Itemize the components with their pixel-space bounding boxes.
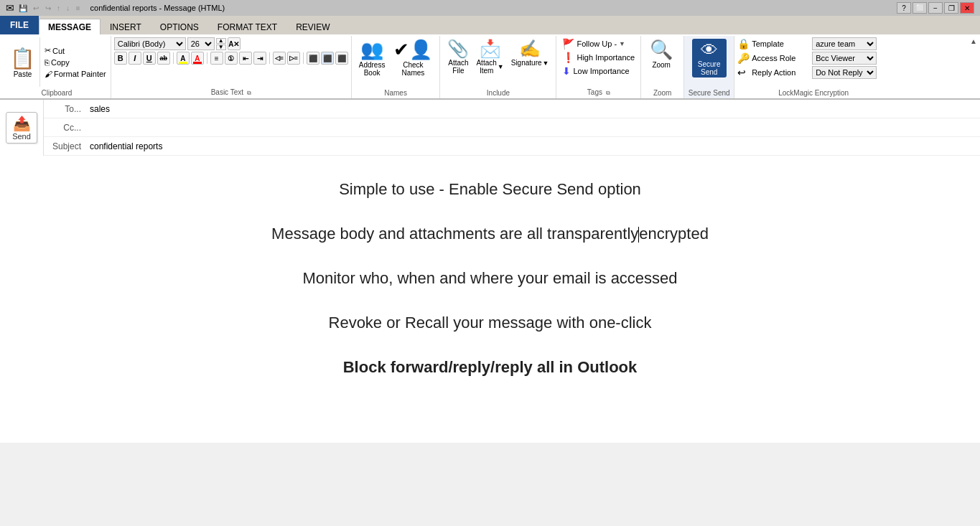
copy-icon: ⎘ <box>45 58 50 67</box>
lockmagic-group: 🔒 Template azure team 🔑 Access Role Bcc … <box>734 36 892 98</box>
tab-insert[interactable]: INSERT <box>101 19 151 34</box>
numbering-button[interactable]: ① <box>225 52 238 65</box>
format-painter-icon: 🖌 <box>45 70 52 78</box>
low-importance-button[interactable]: ⬇ Low Importance <box>561 65 636 78</box>
restore-button[interactable]: ⬜ <box>913 2 927 14</box>
clipboard-label: Clipboard <box>3 89 111 97</box>
zoom-group: 🔍 Zoom Zoom <box>641 36 684 98</box>
subject-input[interactable] <box>87 139 980 154</box>
subject-row: Subject <box>44 137 980 156</box>
align-center-button[interactable]: ⬛ <box>321 52 334 65</box>
tags-content: 🚩 Follow Up - ▼ ❗ High Importance ⬇ Low … <box>561 37 636 79</box>
access-role-dropdown[interactable]: Bcc Viewer <box>812 52 877 65</box>
cc-input[interactable] <box>87 121 980 135</box>
lockmagic-label: LockMagic Encryption <box>734 89 892 97</box>
tags-label: Tags ⧉ <box>556 88 640 97</box>
text-color-button[interactable]: A <box>191 52 204 65</box>
font-row: Calibri (Body) 26 810121418242636 ▲ ▼ A✕ <box>114 37 348 50</box>
reply-action-dropdown[interactable]: Do Not Reply <box>812 66 877 79</box>
zoom-icon: 🔍 <box>650 39 673 61</box>
tab-options[interactable]: OPTIONS <box>151 19 208 34</box>
attach-item-button[interactable]: 📩 AttachItem ▼ <box>473 37 506 76</box>
bullets-button[interactable]: ≡ <box>210 52 223 65</box>
underline-button[interactable]: U <box>143 52 156 65</box>
font-select[interactable]: Calibri (Body) <box>114 37 186 50</box>
check-names-button[interactable]: ✔👤 CheckNames <box>391 37 435 78</box>
secure-send-content: 👁 SecureSend <box>689 37 729 97</box>
follow-up-button[interactable]: 🚩 Follow Up - ▼ <box>561 37 636 50</box>
clipboard-group: 📋 Paste ✂ Cut ⎘ Copy 🖌 Format Painter Cl… <box>3 36 111 98</box>
tab-format-text[interactable]: FORMAT TEXT <box>208 19 286 34</box>
to-input[interactable] <box>87 102 980 116</box>
align-left-button[interactable]: ⬛ <box>307 52 319 65</box>
send-button[interactable]: 📤 Send <box>6 112 37 144</box>
basic-text-group: Calibri (Body) 26 810121418242636 ▲ ▼ A✕… <box>111 36 352 98</box>
signature-icon: ✍ <box>519 39 541 59</box>
close-button[interactable]: ✕ <box>960 2 974 14</box>
names-label: Names <box>352 89 440 97</box>
template-dropdown[interactable]: azure team <box>812 37 877 50</box>
tags-expand[interactable]: ⧉ <box>606 90 610 96</box>
reply-action-label: Reply Action <box>752 68 809 77</box>
to-label[interactable]: To... <box>44 104 87 114</box>
zoom-button[interactable]: 🔍 Zoom <box>647 37 676 70</box>
minimize-window-button[interactable]: − <box>928 2 943 14</box>
ribbon-tabs: FILE MESSAGE INSERT OPTIONS FORMAT TEXT … <box>0 16 980 34</box>
font-size-select[interactable]: 26 810121418242636 <box>187 37 215 50</box>
email-body[interactable]: Simple to use - Enable Secure Send optio… <box>0 156 980 443</box>
increase-font-size-button[interactable]: ▲ <box>216 38 226 44</box>
minimize-button[interactable]: ? <box>897 2 911 14</box>
secure-send-button[interactable]: 👁 SecureSend <box>692 39 727 78</box>
follow-up-arrow-icon: ▼ <box>619 40 625 47</box>
rtl-button[interactable]: ◁≡ <box>273 52 286 65</box>
decrease-indent-button[interactable]: ⇤ <box>239 52 252 65</box>
secure-send-group: 👁 SecureSend Secure Send <box>684 36 734 98</box>
body-line-4: Revoke or Recall your message with one-c… <box>329 304 652 342</box>
reply-action-row: ↩ Reply Action Do Not Reply <box>737 66 890 79</box>
align-right-button[interactable]: ⬛ <box>335 52 348 65</box>
send-icon: 📤 <box>13 115 31 132</box>
basic-text-expand[interactable]: ⧉ <box>247 90 251 96</box>
format-painter-button[interactable]: 🖌 Format Painter <box>43 69 108 79</box>
increase-indent-button[interactable]: ⇥ <box>253 52 266 65</box>
maximize-button[interactable]: ❐ <box>944 2 958 14</box>
body-line-5: Block forward/reply/reply all in Outlook <box>343 348 638 387</box>
signature-button[interactable]: ✍ Signature ▼ <box>508 37 552 68</box>
ribbon-collapse-button[interactable]: ▲ <box>970 37 977 45</box>
send-area: 📤 Send <box>0 100 44 156</box>
tab-review[interactable]: REVIEW <box>286 19 339 34</box>
copy-button[interactable]: ⎘ Copy <box>43 57 108 67</box>
compose-fields: To... Cc... Subject <box>44 100 980 156</box>
clear-formatting-button[interactable]: A✕ <box>228 37 241 50</box>
high-importance-button[interactable]: ❗ High Importance <box>561 51 636 64</box>
cut-button[interactable]: ✂ Cut <box>43 45 108 56</box>
include-content: 📎 AttachFile 📩 AttachItem ▼ ✍ Signature … <box>444 37 551 97</box>
clipboard-small-buttons: ✂ Cut ⎘ Copy 🖌 Format Painter <box>43 37 108 87</box>
attach-file-icon: 📎 <box>447 39 469 59</box>
font-size-buttons: ▲ ▼ <box>216 38 226 50</box>
body-line-3: Monitor who, when and where your email i… <box>302 259 677 298</box>
address-book-button[interactable]: 👥 AddressBook <box>356 37 388 78</box>
bold-button[interactable]: B <box>114 52 127 65</box>
cc-label[interactable]: Cc... <box>44 123 87 133</box>
template-label: Template <box>752 39 809 48</box>
template-row: 🔒 Template azure team <box>737 37 890 50</box>
strikethrough-button[interactable]: ab <box>157 52 170 65</box>
zoom-content: 🔍 Zoom <box>647 37 676 87</box>
tab-message[interactable]: MESSAGE <box>39 19 101 34</box>
low-importance-icon: ⬇ <box>562 65 571 77</box>
ltr-button[interactable]: ▷≡ <box>287 52 300 65</box>
address-book-icon: 👥 <box>360 39 383 61</box>
tab-file[interactable]: FILE <box>0 16 39 34</box>
secure-send-label: Secure Send <box>684 89 734 97</box>
attach-file-button[interactable]: 📎 AttachFile <box>444 37 472 76</box>
decrease-font-size-button[interactable]: ▼ <box>216 44 226 50</box>
paste-button[interactable]: 📋 Paste <box>6 37 40 87</box>
include-group: 📎 AttachFile 📩 AttachItem ▼ ✍ Signature … <box>440 36 556 98</box>
tags-group: 🚩 Follow Up - ▼ ❗ High Importance ⬇ Low … <box>556 36 641 98</box>
italic-button[interactable]: I <box>129 52 141 65</box>
highlight-color-button[interactable]: A <box>177 52 190 65</box>
compose-header: 📤 Send To... Cc... Subject <box>0 100 980 156</box>
names-group: 👥 AddressBook ✔👤 CheckNames Names <box>352 36 441 98</box>
check-names-icon: ✔👤 <box>393 39 432 61</box>
